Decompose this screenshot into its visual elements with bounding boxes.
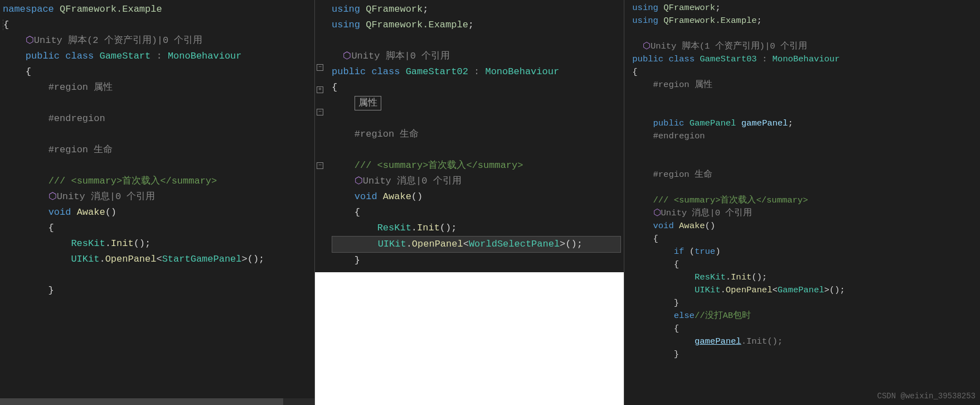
keyword-class: class [668,54,695,64]
keyword-public: public [332,66,366,77]
code-pane-3: using QFramework; using QFramework.Examp… [624,0,980,405]
keyword-void: void [653,221,674,231]
keyword-namespace: namespace [3,4,54,15]
region-directive[interactable]: #region 属性 [653,80,712,90]
keyword-using: using [632,16,658,26]
endregion-directive[interactable]: #endregion [48,113,105,124]
keyword-if: if [674,247,685,257]
code-area[interactable]: using QFramework; using QFramework.Examp… [624,0,980,405]
unity-icon: ⬡ [26,35,34,46]
method-name: Awake [383,191,411,202]
keyword-else: else [674,311,695,321]
method-call: OpenPanel [105,254,157,264]
unity-icon: ⬡ [643,41,651,51]
colon: : [474,66,479,77]
field-type: GamePanel [690,118,736,128]
class-name: GameStart03 [700,54,756,64]
code-text[interactable]: using QFramework; using QFramework.Examp… [624,0,980,405]
type-ref: ResKit [695,272,726,282]
field-name: gamePanel [741,118,788,128]
fold-toggle[interactable]: + [317,86,323,93]
unity-icon: ⬡ [48,191,57,202]
method-name: Awake [77,207,105,218]
unity-icon: ⬡ [343,51,351,61]
namespace-ref: QFramework.Example [663,16,756,26]
fold-toggle[interactable]: − [317,162,323,169]
namespace-name: QFramework.Example [60,4,162,15]
region-directive[interactable]: #region 生命 [48,144,113,155]
keyword-class: class [65,51,94,61]
xml-comment: /// <summary>首次载入</summary> [355,160,523,171]
keyword-using: using [632,3,658,13]
keyword-class: class [371,66,400,77]
generic-type: StartGamePanel [162,254,242,264]
horizontal-scrollbar[interactable] [0,398,314,405]
keyword-void: void [355,191,377,202]
keyword-using: using [332,4,360,15]
region-directive[interactable]: #region 生命 [355,129,419,139]
xml-comment: /// <summary>首次载入</summary> [48,176,217,186]
keyword-public: public [653,118,685,128]
base-class: MonoBehaviour [168,51,242,61]
type-ref: ResKit [71,238,105,249]
colon: : [762,54,767,64]
keyword-using: using [332,20,360,30]
current-line-highlight: UIKit.OpenPanel<WorldSelectPanel>(); [332,236,621,253]
method-call: OpenPanel [412,239,463,249]
method-call: Init [731,272,751,282]
type-ref: UIKit [378,239,406,249]
method-call: Init [746,336,767,346]
namespace-ref: QFramework [366,4,423,15]
comment: //没打AB包时 [695,311,751,321]
type-ref: UIKit [71,254,99,264]
codelens-hint[interactable]: Unity 脚本|0 个引用 [351,51,450,61]
watermark-text: CSDN @weixin_39538253 [877,392,976,401]
codelens-hint[interactable]: Unity 消息|0 个引用 [363,176,462,186]
xml-comment: /// <summary>首次载入</summary> [653,195,808,205]
namespace-ref: QFramework [663,3,715,13]
method-call: Init [111,238,134,249]
region-directive[interactable]: #region 属性 [48,82,113,93]
class-name: GameStart [99,51,151,61]
white-region [315,272,624,405]
codelens-hint[interactable]: Unity 脚本(1 个资产引用)|0 个引用 [651,41,807,51]
base-class: MonoBehaviour [773,54,840,64]
class-name: GameStart02 [406,66,468,77]
unity-icon: ⬡ [355,176,363,186]
codelens-hint[interactable]: Unity 消息|0 个引用 [661,208,753,218]
codelens-hint[interactable]: Unity 消息|0 个引用 [57,191,156,202]
type-ref: UIKit [695,285,721,295]
codelens-hint[interactable]: Unity 脚本(2 个资产引用)|0 个引用 [34,35,203,46]
fold-toggle[interactable]: − [317,64,323,71]
code-pane-2: − + − − using QFramework; using QFramewo… [315,0,624,405]
type-ref: ResKit [377,223,411,233]
endregion-directive[interactable]: #endregion [653,131,705,141]
code-area[interactable]: namespace QFramework.Example { ⬡Unity 脚本… [0,0,314,405]
fold-toggle[interactable]: − [317,109,323,115]
region-directive[interactable]: #region 生命 [653,170,712,180]
code-pane-1: namespace QFramework.Example { ⬡Unity 脚本… [0,0,315,405]
colon: : [156,51,162,61]
method-call: Init [417,223,440,233]
keyword-public: public [26,51,60,61]
base-class: MonoBehaviour [485,66,559,77]
namespace-ref: QFramework.Example [366,20,468,30]
method-call: OpenPanel [726,285,773,295]
generic-type: GamePanel [778,285,824,295]
scrollbar-thumb[interactable] [0,398,283,405]
keyword-public: public [632,54,663,64]
keyword-void: void [48,207,71,218]
keyword-true: true [695,247,715,257]
generic-type: WorldSelectPanel [469,239,560,249]
variable-ref: gamePanel [695,336,741,346]
method-name: Awake [679,221,705,231]
collapsed-region[interactable]: 属性 [355,96,381,110]
unity-icon: ⬡ [653,208,661,218]
code-text[interactable]: namespace QFramework.Example { ⬡Unity 脚本… [0,0,314,405]
